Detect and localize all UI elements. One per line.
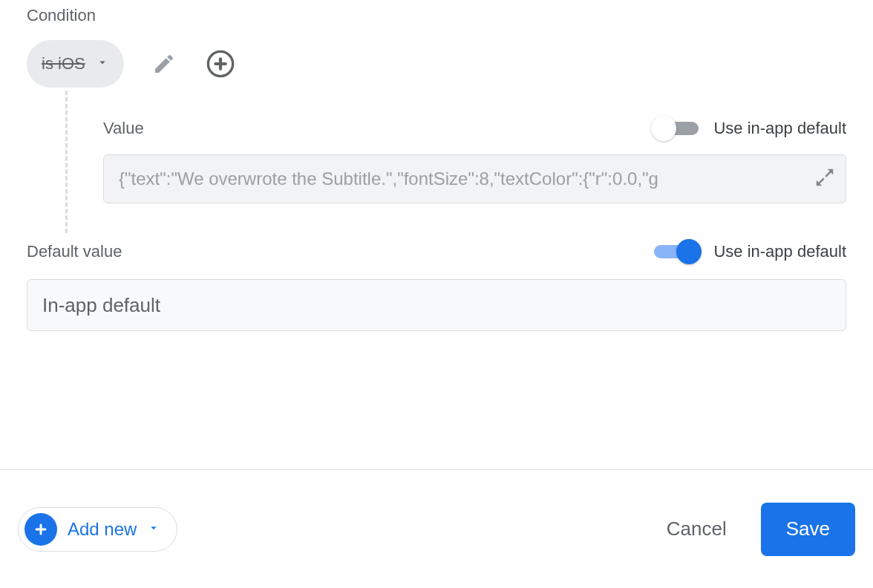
default-toggle-group: Use in-app default [651,241,846,263]
footer: Add new Cancel Save [0,469,873,588]
condition-chip[interactable]: is iOS [27,40,124,88]
condition-chip-label: is iOS [42,54,85,74]
footer-actions: Cancel Save [662,503,855,556]
value-label: Value [103,119,144,138]
caret-down-icon [96,56,109,72]
default-value-toggle[interactable] [651,241,702,263]
condition-row: is iOS [27,40,846,88]
value-input-wrap [103,154,846,203]
value-toggle-label: Use in-app default [713,119,846,138]
add-new-label: Add new [68,519,137,540]
value-input[interactable] [103,154,846,203]
value-block: Value Use in-app default [65,91,846,233]
save-button[interactable]: Save [761,503,855,556]
edit-icon[interactable] [148,48,180,80]
plus-icon [24,513,57,546]
add-new-button[interactable]: Add new [18,507,177,552]
default-block: Default value Use in-app default [27,241,846,331]
value-toggle-group: Use in-app default [651,117,846,140]
value-default-toggle[interactable] [651,117,702,140]
condition-heading: Condition [27,0,846,40]
expand-icon[interactable] [814,166,836,192]
default-value-input[interactable] [27,279,846,331]
cancel-button[interactable]: Cancel [662,517,731,541]
default-toggle-label: Use in-app default [713,242,846,261]
default-label: Default value [27,242,122,261]
add-circle-icon[interactable] [204,48,237,80]
caret-down-icon [147,521,160,538]
